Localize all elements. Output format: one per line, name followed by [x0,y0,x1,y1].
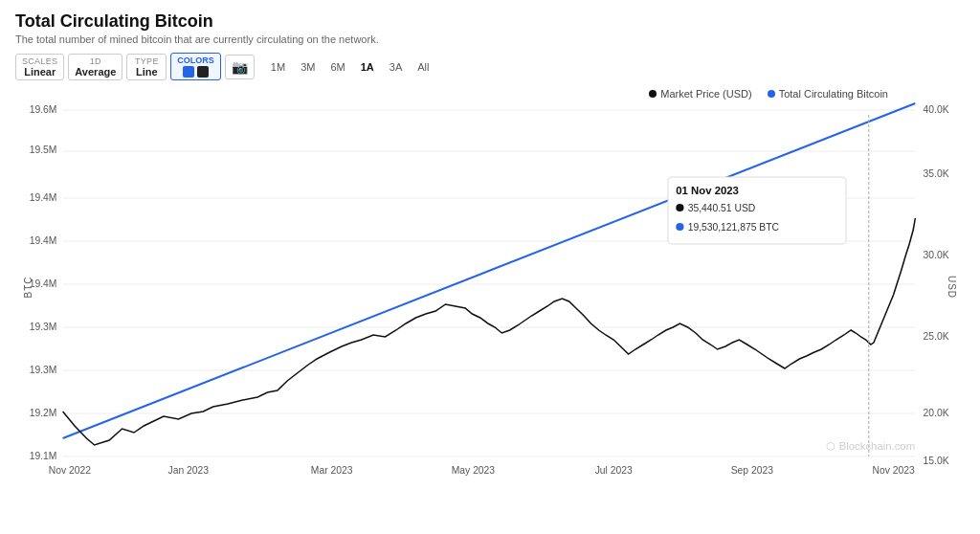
y-right-3: 30.0K [924,250,949,260]
x-label-nov22: Nov 2022 [49,465,92,476]
time-1m[interactable]: 1M [264,58,292,76]
toolbar: Scales Linear 1D Average Type Line Color… [15,53,965,80]
scales-value: Linear [24,66,56,78]
watermark: ⬡ Blockchain.com [826,440,915,452]
y-right-6: 15.0K [924,456,949,466]
time-1a[interactable]: 1A [354,58,381,76]
scales-group[interactable]: Scales Linear [15,54,64,80]
tooltip-dot-1 [676,204,683,211]
period-value: Average [75,66,116,78]
btc-line [63,103,916,438]
period-label: 1D [90,56,101,66]
chart-area: Market Price (USD) Total Circulating Bit… [15,86,965,488]
y-right-2: 35.0K [924,168,949,179]
page-subtitle: The total number of mined bitcoin that a… [15,33,965,45]
x-label-mar23: Mar 2023 [311,465,353,476]
page-container: Total Circulating Bitcoin The total numb… [0,0,980,534]
time-6m[interactable]: 6M [323,58,351,76]
page-title: Total Circulating Bitcoin [15,11,965,32]
scales-label: Scales [22,56,57,66]
camera-icon: 📷 [232,59,248,75]
period-group[interactable]: 1D Average [68,54,122,80]
colors-swatches [183,66,209,78]
x-label-sep23: Sep 2023 [731,465,774,476]
y-right-1: 40.0K [924,104,949,115]
y-left-8: 19.2M [30,408,57,418]
time-all[interactable]: All [411,58,435,76]
price-line [63,218,916,445]
type-value: Line [136,66,158,78]
tooltip-date: 01 Nov 2023 [676,185,739,196]
y-left-5: 19.4M [30,278,57,289]
tooltip-price: 35,440.51 USD [688,203,756,213]
y-left-2: 19.5M [30,145,57,155]
colors-group[interactable]: Colors [170,53,221,80]
blue-swatch [183,66,194,78]
x-label-jan23: Jan 2023 [168,465,210,476]
x-label-may23: May 2023 [452,465,496,476]
y-left-1: 19.6M [30,104,57,115]
x-label-nov23: Nov 2023 [873,465,916,476]
y-left-3: 19.4M [30,192,57,203]
type-group[interactable]: Type Line [126,54,167,80]
dark-swatch [197,66,209,78]
time-buttons: 1M 3M 6M 1A 3A All [264,58,436,76]
tooltip-btc: 19,530,121,875 BTC [688,222,779,233]
x-label-jul23: Jul 2023 [595,465,633,476]
chart-svg: 19.6M 19.5M 19.4M 19.4M 19.4M 19.3M 19.3… [15,86,965,488]
type-label: Type [135,56,159,66]
colors-label: Colors [177,56,214,65]
y-left-4: 19.4M [30,235,57,246]
camera-button[interactable]: 📷 [225,55,255,79]
y-right-4: 25.0K [924,331,949,342]
time-3a[interactable]: 3A [383,58,409,76]
y-left-9: 19.1M [30,451,57,461]
y-left-7: 19.3M [30,365,57,375]
y-right-5: 20.0K [924,408,949,418]
time-3m[interactable]: 3M [294,58,322,76]
tooltip-dot-2 [676,223,683,231]
y-left-6: 19.3M [30,322,57,332]
